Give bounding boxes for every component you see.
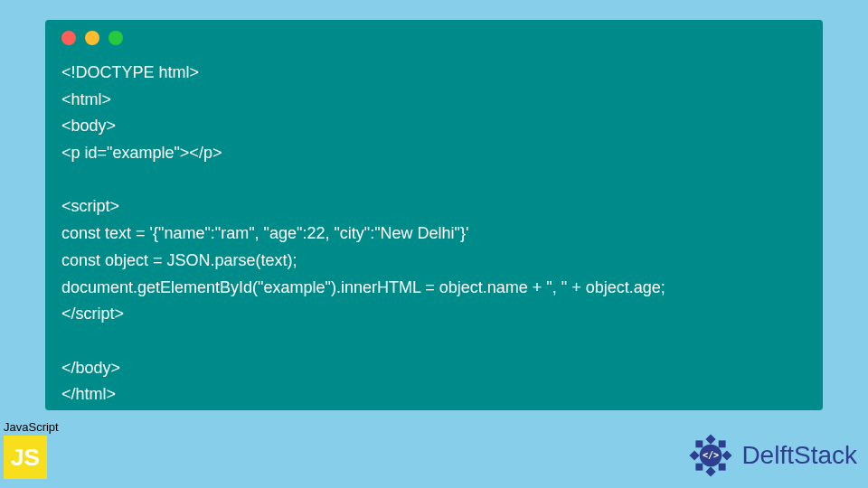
svg-marker-4 [706, 466, 716, 476]
svg-marker-6 [690, 450, 700, 460]
svg-marker-2 [722, 450, 732, 460]
window-close-dot[interactable] [61, 31, 76, 45]
brand-logo: </> DelftStack [685, 430, 857, 481]
svg-marker-0 [706, 434, 716, 444]
window-maximize-dot[interactable] [108, 31, 123, 45]
svg-text:</>: </> [703, 450, 719, 460]
window-controls [61, 31, 807, 45]
language-label: JavaScript [4, 420, 59, 434]
brand-name: DelftStack [741, 441, 857, 470]
code-window: <!DOCTYPE html> <html> <body> <p id="exa… [45, 20, 823, 410]
js-icon-text: JS [11, 444, 40, 472]
delftstack-icon: </> [685, 430, 736, 481]
javascript-icon: JS [4, 436, 47, 479]
language-badge: JavaScript JS [4, 420, 59, 479]
window-minimize-dot[interactable] [85, 31, 99, 45]
code-content: <!DOCTYPE html> <html> <body> <p id="exa… [61, 60, 807, 408]
